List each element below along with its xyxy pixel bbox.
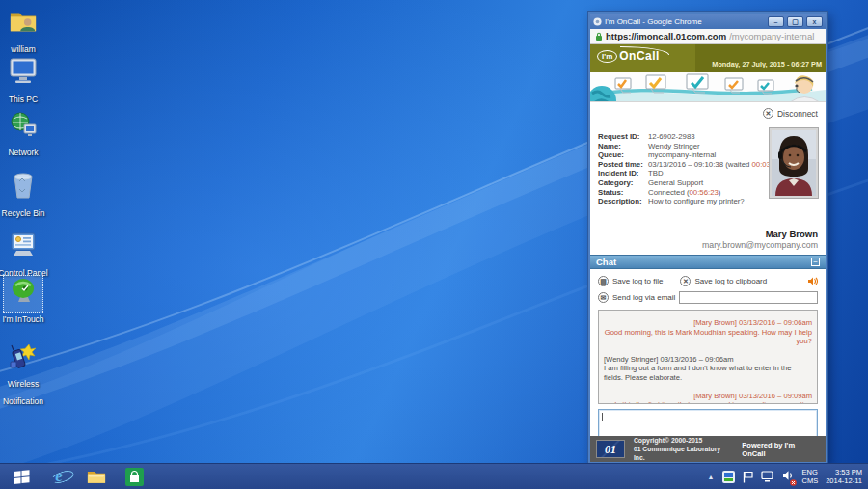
disconnect-button[interactable]: ✕ Disconnect [598,108,818,119]
chrome-window: I'm OnCall - Google Chrome – ▢ x https:/… [588,12,827,464]
window-footer: 01 Copyright© 2000-2015 01 Communique La… [590,436,826,462]
message-text: I am filling out a form and I don't know… [604,364,812,382]
request-details: Request ID:12-6902-2983 Name:Wendy Strin… [598,132,818,225]
chat-log: [Mary Brown] 03/13/2016 – 09:06am Good m… [598,310,818,404]
chat-collapse-button[interactable]: − [811,258,820,266]
network-tray-icon[interactable] [761,471,774,482]
email-log-row: ✉ Send log via email [598,291,818,304]
desktop-icon-control-panel[interactable]: Control Panel [0,231,51,280]
request-field-value: 03/13/2016 – 09:10:38 (waited 00:03:17) [648,160,783,170]
lock-icon [595,32,603,41]
sound-icon[interactable] [807,276,818,286]
disconnect-label: Disconnect [777,109,818,119]
volume-tray-icon[interactable] [782,468,795,485]
minimize-button[interactable]: – [768,16,784,27]
message-meta: [Mary Brown] 03/13/2016 – 09:06am [604,318,812,328]
text-caret [602,413,603,421]
connected-time: 00:56:23 [689,188,718,197]
user-folder-icon [0,8,51,37]
wireless-phone-icon [0,342,51,371]
logo-oncall-text: OnCall [619,49,667,63]
agent-name: Mary Brown [598,229,818,239]
taskbar-explorer-button[interactable] [85,465,108,488]
address-bar[interactable]: https://imoncall.01com.com/mycompany-int… [590,29,826,44]
banner-illustration [590,72,826,102]
request-field-label: Queue: [598,150,648,160]
file-explorer-icon [87,469,106,484]
save-log-file-button[interactable]: Save log to file [612,277,663,285]
tray-date: 2014-12-11 [826,476,862,485]
imintouch-icon [0,278,51,307]
session-panel: ✕ Disconnect Request ID:12-6902-2983 Nam… [590,108,826,250]
windows-logo-icon [14,470,30,484]
desktop-icon-wireless-notification[interactable]: Wireless Notification [0,342,51,408]
chat-message: [Wendy Stringer] 03/13/2016 – 09:06am I … [604,355,812,383]
control-panel-icon [0,231,51,260]
send-log-email-button[interactable]: Send log via email [612,293,675,302]
desktop-icon-label: Wireless Notification [3,379,43,406]
datetime-text: Monday, 27 July, 2015 - 06:27 PM [712,60,822,68]
window-titlebar[interactable]: I'm OnCall - Google Chrome – ▢ x [590,14,826,29]
email-address-input[interactable] [679,291,818,304]
desktop-icon-network[interactable]: Network [0,111,51,159]
copyright-text: Copyright© 2000-2015 01 Communique Labor… [634,436,733,462]
desktop-icon-label: Recycle Bin [2,208,45,218]
powered-by: Powered by I'm OnCall [742,441,820,458]
request-field-label: Request ID: [598,132,648,142]
01-logo: 01 [596,440,625,458]
chat-section-header: Chat − [590,255,826,269]
chat-title: Chat [596,257,811,267]
email-icon: ✉ [598,292,609,303]
action-center-flag-icon[interactable] [743,471,753,483]
save-log-clipboard-button[interactable]: Save log to clipboard [694,277,767,285]
imintouch-tray-icon[interactable] [722,471,735,483]
windows-store-icon [125,468,144,486]
url-path-part: /mycompany-internal [729,31,814,41]
request-field-value: Connected (00:56:23) [648,188,720,198]
save-file-icon: ▤ [598,276,609,286]
datetime-band: Monday, 27 July, 2015 - 06:27 PM [695,44,826,72]
computer-icon [0,58,51,87]
chat-toolbar: ▤ Save log to file ✕ Save log to clipboa… [598,276,818,286]
start-button[interactable] [10,465,33,488]
request-field-label: Incident ID: [598,169,648,178]
clock[interactable]: 3:53 PM2014-12-11 [826,468,862,485]
clipboard-icon: ✕ [680,276,691,286]
tray-expand-arrow[interactable]: ▲ [708,474,715,480]
imoncall-logo: I'm OnCall [597,49,667,63]
desktop-icon-label: william [11,44,36,54]
language-indicator[interactable]: ENGCMS [802,468,819,485]
taskbar-store-button[interactable] [122,465,146,488]
request-field-value: Wendy Stringer [648,142,700,151]
desktop-icon-label: Network [8,148,38,157]
recycle-bin-icon [0,172,51,201]
message-meta: [Wendy Stringer] 03/13/2016 – 09:06am [604,355,812,365]
chrome-icon [593,17,602,26]
desktop-icon-imintouch[interactable]: I'm InTouch [0,278,51,326]
maximize-button[interactable]: ▢ [787,16,803,27]
request-field-label: Status: [598,188,648,198]
brand-header: I'm OnCall Monday, 27 July, 2015 - 06:27… [590,44,826,72]
desktop-icon-recycle-bin[interactable]: Recycle Bin [0,172,51,220]
desktop-icon-william[interactable]: william [0,8,51,56]
chat-message: [Mary Brown] 03/13/2016 – 09:06am Good m… [604,318,812,346]
internet-explorer-icon: e [55,467,63,486]
volume-alert-badge [790,479,797,486]
desktop-icon-this-pc[interactable]: This PC [0,58,51,106]
message-meta: [Mary Brown] 03/13/2016 – 09:09am [604,392,812,401]
agent-identity: Mary Brown mary.brown@mycompany.com [598,229,818,250]
url-secure-part: https://imoncall.01com.com [606,31,726,41]
agent-photo [770,128,818,198]
window-title: I'm OnCall - Google Chrome [605,17,765,26]
network-globe-icon [0,111,51,140]
logo-im-oval: I'm [597,50,617,63]
taskbar-ie-button[interactable]: e [47,465,70,488]
request-field-label: Category: [598,178,648,188]
request-field-value: 12-6902-2983 [648,132,695,142]
request-field-value: General Support [648,178,703,188]
close-button[interactable]: x [806,16,823,27]
disconnect-x-icon: ✕ [763,108,773,119]
chat-message: [Mary Brown] 03/13/2016 – 09:09am Is thi… [604,392,812,404]
request-field-label: Name: [598,142,648,151]
message-text: Is this the first time that you are maki… [604,400,812,404]
